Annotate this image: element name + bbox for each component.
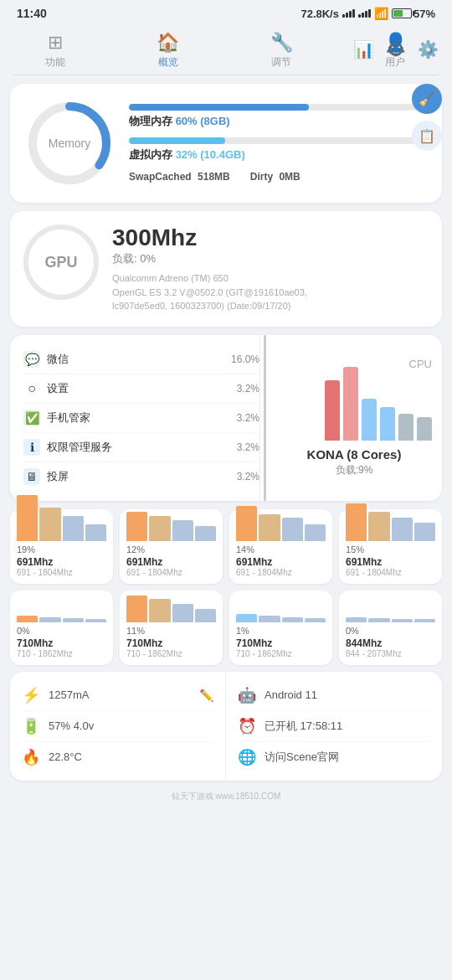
signal-icon-2 — [358, 9, 371, 18]
core-pct-3: 15% — [346, 544, 435, 554]
cpu-bar-5 — [398, 414, 413, 441]
bottom-bar: ⚡ 1257mA ✏️ 🔋 57% 4.0v 🔥 22.8°C 🤖 Androi… — [10, 672, 442, 781]
android-row: 🤖 Android 11 — [238, 680, 430, 711]
temp-row: 🔥 22.8°C — [22, 742, 213, 772]
adjust-icon: 🔧 — [270, 32, 293, 54]
gpu-freq: 300Mhz — [112, 224, 429, 251]
core-pct-5: 11% — [126, 626, 216, 636]
core-range-7: 844 - 2073Mhz — [346, 649, 435, 658]
core-cell-3: 15%691Mhz691 - 1804Mhz — [339, 509, 442, 584]
cpu-bar-chart — [276, 374, 432, 441]
bottom-left-col: ⚡ 1257mA ✏️ 🔋 57% 4.0v 🔥 22.8°C — [10, 672, 226, 781]
core-pct-6: 1% — [236, 626, 326, 636]
network-speed: 72.8K/s — [300, 8, 339, 20]
core-cell-0: 19%691Mhz691 - 1804Mhz — [10, 509, 113, 584]
core-freq-2: 691Mhz — [236, 556, 326, 568]
mem-info-button[interactable]: 📋 — [412, 121, 442, 151]
core-range-5: 710 - 1862Mhz — [126, 649, 216, 658]
nav-right-icons: 📊 ⏻ ⚙️ — [353, 39, 439, 59]
core-range-6: 710 - 1862Mhz — [236, 649, 326, 658]
features-icon: ⊞ — [48, 32, 63, 54]
signal-icon — [342, 9, 355, 18]
core-cell-1: 12%691Mhz691 - 1804Mhz — [120, 509, 223, 584]
permission-icon: ℹ — [23, 439, 40, 456]
memory-circle: Memory — [23, 97, 116, 189]
tab-adjust[interactable]: 🔧 调节 — [264, 28, 300, 73]
gpu-card: GPU 300Mhz 负载: 0% Qualcomm Adreno (TM) 6… — [10, 211, 442, 327]
memory-label: Memory — [49, 137, 91, 150]
power-icon[interactable]: ⏻ — [388, 39, 404, 59]
memory-card: Memory 物理内存 60% (8GB) 虚拟内存 32% (10.4GB) … — [10, 84, 442, 203]
mem-footer: SwapCached 518MB Dirty 0MB — [129, 171, 429, 183]
core-range-1: 691 - 1804Mhz — [126, 568, 216, 577]
core-pct-0: 19% — [17, 544, 106, 554]
edit-icon[interactable]: ✏️ — [199, 689, 213, 702]
memory-info: 物理内存 60% (8GB) 虚拟内存 32% (10.4GB) SwapCac… — [129, 104, 429, 183]
app-item-permission: ℹ 权限管理服务 3.2% — [23, 433, 259, 462]
phys-mem-label: 物理内存 60% (8GB) — [129, 114, 429, 129]
tab-features[interactable]: ⊞ 功能 — [39, 28, 72, 73]
app-item-manager: ✅ 手机管家 3.2% — [23, 404, 259, 433]
app-item-settings: ○ 设置 3.2% — [23, 374, 259, 404]
core-range-2: 691 - 1804Mhz — [236, 568, 326, 577]
core-freq-7: 844Mhz — [346, 637, 435, 649]
chart-icon[interactable]: 📊 — [353, 39, 374, 59]
mem-clean-button[interactable]: 🧹 — [412, 84, 442, 114]
cpu-app-list: 💬 微信 16.0% ○ 设置 3.2% ✅ 手机管家 3.2% ℹ 权限管理服… — [10, 335, 260, 501]
cpu-bar-1 — [325, 380, 340, 441]
core-freq-4: 710Mhz — [17, 637, 106, 649]
core-freq-6: 710Mhz — [236, 637, 326, 649]
wifi-icon: 📶 — [374, 7, 388, 20]
mem-action-btns: 🧹 📋 — [412, 84, 442, 151]
core-cell-2: 14%691Mhz691 - 1804Mhz — [229, 509, 332, 584]
gpu-load: 负载: 0% — [112, 251, 429, 266]
bottom-right-col: 🤖 Android 11 ⏰ 已开机 17:58:11 🌐 访问Scene官网 — [226, 672, 442, 781]
battery-icon: 🔋 — [22, 717, 40, 735]
flame-icon: 🔥 — [22, 748, 40, 766]
current-row: ⚡ 1257mA ✏️ — [22, 680, 213, 711]
virt-mem-label: 虚拟内存 32% (10.4GB) — [129, 147, 429, 162]
website-row[interactable]: 🌐 访问Scene官网 — [238, 742, 430, 772]
core-pct-1: 12% — [126, 544, 216, 554]
tab-overview[interactable]: 🏠 概览 — [150, 28, 186, 73]
core-range-4: 710 - 1862Mhz — [17, 649, 106, 658]
clock-icon: ⏰ — [238, 717, 256, 735]
core-freq-0: 691Mhz — [17, 556, 106, 568]
uptime-row: ⏰ 已开机 17:58:11 — [238, 711, 430, 742]
gpu-info: 300Mhz 负载: 0% Qualcomm Adreno (TM) 650 O… — [112, 224, 429, 313]
settings-icon[interactable]: ⚙️ — [418, 39, 439, 59]
watermark: 钻天下游戏 www.18510.COM — [0, 787, 452, 809]
battery-pct: 57% — [413, 8, 435, 20]
cpu-bar-6 — [417, 417, 432, 441]
cpu-name: KONA (8 Cores) — [307, 447, 402, 462]
gpu-circle: GPU — [23, 224, 99, 300]
core-cell-6: 1%710Mhz710 - 1862Mhz — [229, 591, 332, 665]
battery-row: 🔋 57% 4.0v — [22, 711, 213, 742]
core-range-0: 691 - 1804Mhz — [17, 568, 106, 577]
cpu-bar-2 — [343, 367, 358, 441]
android-icon: 🤖 — [238, 686, 256, 704]
status-time: 11:40 — [17, 7, 47, 20]
power-plug-icon: ⚡ — [22, 686, 40, 704]
core-pct-2: 14% — [236, 544, 326, 554]
core-freq-5: 710Mhz — [126, 637, 216, 649]
core-pct-4: 0% — [17, 626, 106, 636]
cast-icon: 🖥 — [23, 468, 40, 485]
cpu-right: CPU KONA (8 Cores) 负载:9% — [266, 335, 442, 501]
core-cell-4: 0%710Mhz710 - 1862Mhz — [10, 591, 113, 665]
core-grid: 19%691Mhz691 - 1804Mhz12%691Mhz691 - 180… — [10, 509, 442, 665]
app-item-cast: 🖥 投屏 3.2% — [23, 462, 259, 491]
wechat-icon: 💬 — [23, 351, 40, 368]
battery-indicator: 57% — [392, 8, 435, 20]
core-pct-7: 0% — [346, 626, 435, 636]
cpu-bar-3 — [362, 399, 377, 441]
app-item-wechat: 💬 微信 16.0% — [23, 345, 259, 374]
cpu-bar-4 — [380, 407, 395, 441]
core-freq-1: 691Mhz — [126, 556, 216, 568]
settings-app-icon: ○ — [23, 380, 40, 397]
core-cell-5: 11%710Mhz710 - 1862Mhz — [120, 591, 223, 665]
globe-icon: 🌐 — [238, 748, 256, 766]
gpu-desc: Qualcomm Adreno (TM) 650 OpenGL ES 3.2 V… — [112, 271, 429, 313]
overview-icon: 🏠 — [157, 32, 179, 54]
status-bar: 11:40 72.8K/s 📶 57% — [0, 0, 452, 23]
